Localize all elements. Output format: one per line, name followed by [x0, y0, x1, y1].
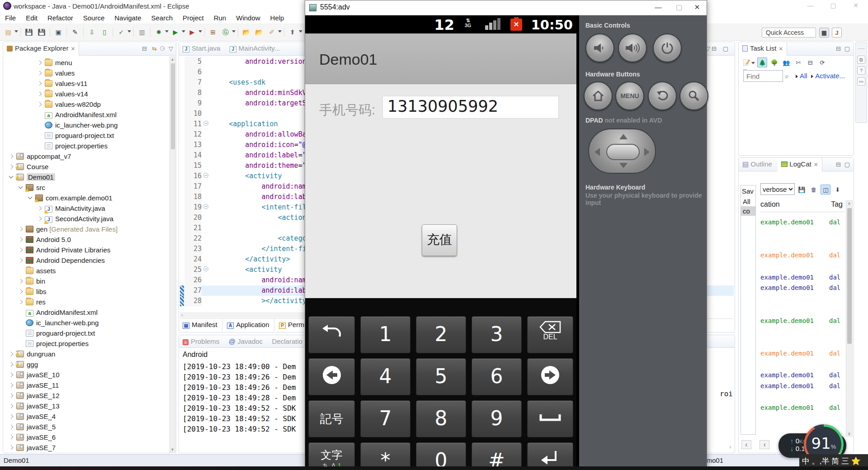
log-level-select[interactable]: verbose [760, 183, 795, 195]
tree-item-ggg[interactable]: ggg [4, 359, 170, 370]
chevron-right-icon[interactable] [9, 404, 14, 408]
window-view-icon[interactable]: ▭ [857, 77, 865, 85]
tree-item-values-v11[interactable]: values-v11 [4, 78, 170, 89]
menu-window[interactable]: Window [231, 12, 265, 24]
categorized-icon[interactable]: 🌲 [757, 57, 767, 67]
collapse-all-icon[interactable]: ⊟ [142, 45, 147, 52]
symbols-key[interactable]: 記号 [308, 400, 355, 437]
tree-item-proguard-project-txt[interactable]: proguard-project.txt [4, 328, 170, 338]
tree-item-res[interactable]: res [4, 297, 170, 307]
chevron-right-icon[interactable] [9, 373, 14, 377]
tree-item-libs[interactable]: libs [4, 286, 170, 297]
tab-manifest[interactable]: ▤Manifest [180, 319, 222, 332]
fold-icon[interactable]: − [203, 204, 208, 209]
logcat-hscroll[interactable]: ‹ ‹ [741, 440, 769, 449]
find-input[interactable] [743, 70, 783, 82]
space-key[interactable] [527, 400, 573, 437]
dropdown-arrow-icon[interactable] [232, 30, 236, 33]
ime-bar[interactable]: 中 。,半 简 三 ⭐ [799, 454, 868, 468]
tab-javadoc[interactable]: @ Javadoc [225, 335, 266, 348]
link-activate[interactable]: Activate... [815, 72, 845, 80]
chevron-right-icon[interactable] [9, 446, 14, 450]
menu-project[interactable]: Project [178, 12, 209, 24]
fold-icon[interactable]: − [203, 121, 208, 126]
emulator-minimize-icon[interactable]: — [651, 3, 665, 11]
tab-declaration[interactable]: Declaratio [269, 335, 307, 348]
scheduled-icon[interactable]: 🌳 [769, 58, 779, 68]
logcat-row[interactable]: example.demo01dal [760, 274, 814, 281]
menu-navigate[interactable]: Navigate [109, 12, 146, 24]
debug-icon[interactable]: ✹ [153, 27, 164, 38]
chevron-right-icon[interactable] [19, 227, 23, 232]
mark-icon[interactable]: ✎ [70, 27, 80, 38]
cursor-left-key[interactable] [308, 358, 355, 395]
tab-package-explorer[interactable]: Package Explorer✕ [3, 42, 79, 56]
menu-help[interactable]: Help [265, 12, 289, 24]
tab-logcat[interactable]: LogCat✕ [778, 158, 822, 171]
tree-item-javase-4[interactable]: javaSE_4 [4, 411, 170, 422]
emulator-close-icon[interactable]: ✕ [690, 3, 704, 11]
tree-item-secondactivity-java[interactable]: JSecondActivity.java [4, 214, 170, 224]
logcat-row[interactable]: example.demo01dal [760, 382, 814, 389]
tree-item-project-properties[interactable]: project.properties [4, 338, 170, 349]
volume-down-button[interactable] [585, 33, 614, 62]
fold-icon[interactable]: − [203, 266, 208, 271]
display-columns-icon[interactable]: ◫ [821, 185, 830, 195]
key-9[interactable]: 9 [472, 400, 522, 437]
key-3[interactable]: 3 [472, 316, 522, 353]
chevron-right-icon[interactable] [19, 248, 23, 252]
tree-item-ic-launcher-web-png[interactable]: ic_launcher-web.png [4, 318, 170, 328]
restore-view-icon[interactable]: ⧉ [857, 56, 865, 64]
power-button[interactable] [653, 33, 682, 62]
menu-source[interactable]: Source [78, 12, 110, 24]
panel-minimize-icon[interactable]: ⊟ [836, 45, 841, 52]
menu-search[interactable]: Search [146, 12, 178, 24]
chevron-right-icon[interactable] [9, 394, 14, 398]
tree-item-android-5-0[interactable]: Android 5.0 [4, 234, 170, 245]
phone-number-input[interactable]: 13130905992 [382, 96, 559, 119]
tree-item-javase-11[interactable]: javaSE_11 [4, 380, 170, 390]
tree-item-src[interactable]: src [4, 182, 170, 193]
chevron-down-icon[interactable] [9, 174, 14, 179]
tree-item-project-properties[interactable]: project.properties [4, 141, 170, 151]
avd-manager-icon[interactable]: ▯ [99, 27, 110, 38]
key-8[interactable]: 8 [416, 400, 466, 437]
tree-item-course[interactable]: Course [4, 161, 170, 172]
mode-key[interactable]: 文字あ A 1 [308, 442, 355, 470]
console-scroll-arrow[interactable]: › [729, 444, 731, 450]
tree-item-proguard-project-txt[interactable]: proguard-project.txt [4, 130, 170, 141]
key-#[interactable]: # [472, 442, 522, 470]
tree-item-ic-launcher-web-png[interactable]: ic_launcher-web.png [4, 120, 170, 130]
dropdown-arrow-icon[interactable] [165, 30, 169, 33]
new-task-icon[interactable]: 📝 [741, 58, 751, 68]
clear-log-icon[interactable]: 🗑 [809, 185, 819, 195]
volume-up-button[interactable] [618, 33, 647, 62]
run-as-icon[interactable]: ▶ [187, 27, 198, 38]
tab-mainactivity-java[interactable]: JMainActivity... [226, 42, 283, 56]
help-view-icon[interactable]: ? [857, 66, 865, 75]
save-log-icon[interactable]: 💾 [797, 185, 807, 195]
editor-maximize-icon[interactable]: ▢ [723, 45, 728, 52]
quick-access-button[interactable]: Quick Access [762, 28, 816, 38]
fold-icon[interactable]: − [203, 173, 208, 178]
chevron-right-icon[interactable] [9, 383, 14, 388]
menu-refactor[interactable]: Refactor [42, 12, 78, 24]
dropdown-arrow-icon[interactable] [182, 30, 185, 33]
tree-item-demo01[interactable]: Demo01 [4, 172, 170, 182]
key-2[interactable]: 2 [416, 316, 466, 353]
dropdown-arrow-icon[interactable] [278, 30, 282, 33]
menu-button[interactable]: MENU [615, 81, 644, 110]
menu-file[interactable]: File [0, 12, 21, 24]
tree-item-javase-10[interactable]: javaSE_10 [4, 370, 170, 380]
tree-item-javase-6[interactable]: javaSE_6 [4, 432, 170, 442]
sdk-manager-icon[interactable]: ⇩ [86, 27, 97, 38]
tree-item-values-v14[interactable]: values-v14 [4, 89, 170, 99]
tree-item-javase-13[interactable]: javaSE_13 [4, 401, 170, 411]
run-icon[interactable]: ▶ [170, 27, 181, 38]
tree-item-mainactivity-java[interactable]: JMainActivity.java [4, 203, 170, 214]
chevron-right-icon[interactable] [19, 279, 23, 284]
tab-outline[interactable]: ▤ Outline [739, 158, 776, 171]
menu-run[interactable]: Run [209, 12, 231, 24]
save-all-icon[interactable]: 💾 [36, 27, 47, 38]
col-application[interactable]: cation [760, 200, 780, 208]
